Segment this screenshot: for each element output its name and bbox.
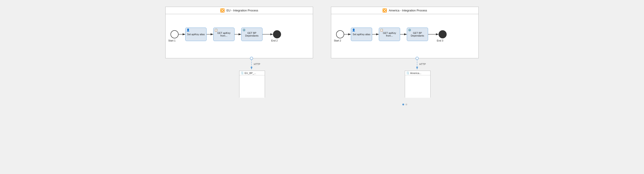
america-subprocess-header: 🗒️ America... <box>405 71 430 75</box>
eu-http-label: HTTP <box>254 63 260 66</box>
america-pool-body: Start 2 👤 Set apiKey alias 📋 GET apiKey … <box>331 14 478 59</box>
america-end-label: End 3 <box>437 39 443 42</box>
america-subprocess-icon: 🗒️ <box>406 72 409 74</box>
america-pool-icon: 🔀 <box>382 8 387 13</box>
eu-subprocess-box[interactable]: 🗒️ EU_BP_... <box>239 71 265 98</box>
eu-task3-icon: ⚙️ <box>242 29 246 32</box>
eu-diagram-container: 🔀 EU - Integration Process <box>161 5 318 108</box>
america-pool-title: America - Integration Process <box>389 9 427 12</box>
america-diagram-container: 🔀 America - Integration Process <box>326 5 483 108</box>
indicator-dot-2[interactable] <box>406 104 407 105</box>
america-task1-label: Set apiKey alias <box>353 33 370 36</box>
eu-start-event[interactable] <box>170 30 178 38</box>
america-task3-label: GET BP Dependants <box>408 32 427 37</box>
america-task-get-apikey[interactable]: 📋 GET apiKey from... <box>379 28 400 41</box>
eu-end-label: End 2 <box>271 39 278 42</box>
eu-task3-label: GET BP Dependants <box>242 32 261 37</box>
america-http-label: HTTP <box>419 63 426 66</box>
eu-task1-icon: 👤 <box>186 29 190 32</box>
eu-subprocess-icon: 🗒️ <box>240 72 244 74</box>
america-task2-icon: 📋 <box>380 29 383 32</box>
america-pool-header: 🔀 America - Integration Process <box>331 7 478 14</box>
america-subprocess-label: America... <box>410 72 421 74</box>
indicator-dot-1[interactable] <box>402 104 404 105</box>
america-subprocess-body <box>405 75 430 98</box>
eu-pool-body: Start 1 👤 Set apiKey alias 📋 GET apiKey … <box>166 14 313 59</box>
eu-subprocess-label: EU_BP_... <box>244 72 256 74</box>
america-task-set-apikey[interactable]: 👤 Set apiKey alias <box>351 28 372 41</box>
america-end-event[interactable] <box>438 30 447 38</box>
eu-pool-title: EU - Integration Process <box>226 9 258 12</box>
eu-task-set-apikey[interactable]: 👤 Set apiKey alias <box>185 28 206 41</box>
america-subprocess-box[interactable]: 🗒️ America... <box>405 71 430 98</box>
america-task2-label: GET apiKey from... <box>380 32 399 37</box>
eu-task2-icon: 📋 <box>214 29 218 32</box>
eu-pool: 🔀 EU - Integration Process <box>165 7 313 58</box>
page-indicator <box>402 104 407 105</box>
eu-task-get-bp[interactable]: ⚙️ GET BP Dependants <box>241 28 262 41</box>
eu-start-label: Start 1 <box>168 39 176 42</box>
eu-subprocess-body <box>240 75 265 98</box>
eu-pool-header: 🔀 EU - Integration Process <box>166 7 313 14</box>
america-task1-icon: 👤 <box>352 29 355 32</box>
america-task-get-bp[interactable]: ⚙️ GET BP Dependants <box>407 28 428 41</box>
america-start-event[interactable] <box>336 30 344 38</box>
eu-task2-label: GET apiKey from... <box>214 32 234 37</box>
america-pool: 🔀 America - Integration Process <box>331 7 479 58</box>
eu-end-event[interactable] <box>273 30 281 38</box>
eu-pool-icon: 🔀 <box>220 8 225 13</box>
eu-task-get-apikey[interactable]: 📋 GET apiKey from... <box>213 28 234 41</box>
america-task3-icon: ⚙️ <box>408 29 411 32</box>
america-start-label: Start 2 <box>334 39 341 42</box>
eu-subprocess-header: 🗒️ EU_BP_... <box>240 71 265 75</box>
eu-task1-label: Set apiKey alias <box>187 33 205 36</box>
